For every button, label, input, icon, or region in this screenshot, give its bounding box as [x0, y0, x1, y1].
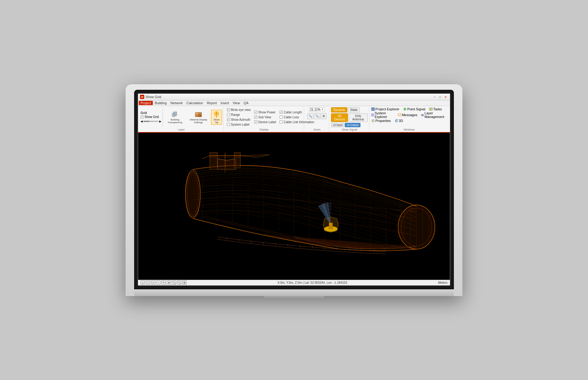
- show-azimuth-checkbox[interactable]: [227, 118, 230, 121]
- zoom-out-btn[interactable]: 🔍: [314, 113, 320, 119]
- display-group-label: Display: [224, 128, 304, 131]
- layer-management-label: Layer Management: [424, 111, 447, 119]
- tool-icon-2[interactable]: □: [146, 280, 150, 285]
- show-grid-checkbox[interactable]: [141, 116, 144, 119]
- show-azimuth-btn[interactable]: Show Azimuth: [225, 117, 252, 122]
- material-display-btn[interactable]: Material Display Settings: [187, 110, 210, 125]
- building-transparency-btn[interactable]: Building Transparency: [164, 110, 186, 125]
- cable-link-info-checkbox[interactable]: [280, 120, 283, 124]
- show-grid-row: Show Grid: [141, 115, 161, 119]
- title-bar-title: Show Grid: [145, 95, 161, 99]
- show-tip-icon: !: [213, 111, 220, 118]
- project-explorer-item[interactable]: Project Explorer: [371, 107, 399, 111]
- display-group-content: Birds eye view Range Show Azimuth: [225, 107, 303, 131]
- maximize-button[interactable]: □: [438, 94, 443, 99]
- cable-length-checkbox[interactable]: [280, 111, 283, 114]
- zoom-fit-btn[interactable]: ⊞: [321, 113, 327, 119]
- close-button[interactable]: ✕: [443, 94, 448, 99]
- svg-rect-22: [421, 115, 424, 116]
- zoom-in-icon: 🔍: [308, 114, 312, 118]
- tool-icon-5[interactable]: ✎: [161, 280, 166, 285]
- zoom-value-control[interactable]: 21.11% ▼: [309, 107, 325, 112]
- device-label-checkbox[interactable]: [254, 120, 257, 124]
- layer-group-label: Layer: [139, 128, 223, 131]
- project-explorer-icon: [371, 107, 375, 111]
- windows-group-label: Windows: [370, 128, 449, 131]
- range-btn[interactable]: Range: [225, 112, 252, 117]
- birds-eye-btn[interactable]: Birds eye view: [225, 108, 252, 112]
- laptop-outer: W Show Grid ─ □ ✕ Project Building Netwo…: [126, 84, 462, 296]
- menu-calculation[interactable]: Calculation: [185, 101, 205, 105]
- tool-icon-3[interactable]: ◇: [151, 280, 155, 285]
- menu-project[interactable]: Project: [139, 101, 153, 105]
- messages-item[interactable]: Messages: [398, 111, 417, 119]
- 3d-item[interactable]: 3D: [394, 119, 403, 123]
- menu-building[interactable]: Building: [153, 101, 168, 105]
- menu-qa[interactable]: QA: [242, 101, 250, 105]
- tasks-label: Tasks: [433, 107, 442, 111]
- tool-icon-6[interactable]: ⊕: [167, 280, 171, 285]
- zoom-in-btn[interactable]: 🔍: [307, 113, 313, 119]
- system-label-btn[interactable]: System Label: [225, 122, 252, 127]
- at-output-btn[interactable]: At Output: [345, 123, 360, 127]
- menu-view[interactable]: View: [231, 101, 242, 105]
- system-explorer-item[interactable]: S System Explorer: [371, 111, 394, 119]
- layer-slider[interactable]: [143, 121, 159, 122]
- main-viewport[interactable]: [138, 133, 450, 280]
- show-tip-label: Show Tip: [213, 118, 221, 124]
- zoom-status-fit[interactable]: ⊞: [182, 280, 187, 285]
- system-explorer-label: System Explorer: [375, 111, 394, 119]
- device-label-btn[interactable]: Device Label: [253, 120, 277, 124]
- at-input-btn[interactable]: At Input: [331, 123, 344, 127]
- minimize-button[interactable]: ─: [432, 94, 437, 99]
- zoom-status-out[interactable]: 🔍: [177, 280, 181, 285]
- tasks-item[interactable]: Tasks: [429, 107, 442, 111]
- svg-text:!: !: [216, 112, 217, 116]
- system-label-label: System Label: [231, 123, 250, 126]
- ribbon-group-show-signal: Dynamic Static All Devices Only Antenna …: [330, 107, 369, 131]
- all-devices-btn[interactable]: All Devices: [331, 113, 348, 122]
- cable-loss-checkbox[interactable]: [280, 116, 283, 119]
- show-grid-label: Show Grid: [145, 115, 159, 119]
- properties-icon: i: [371, 119, 375, 123]
- zoom-slider-row: ◀ ▶: [141, 120, 161, 123]
- birds-eye-label: Birds eye view: [231, 108, 251, 112]
- tool-icon-1[interactable]: △: [141, 280, 145, 285]
- all-devices-only-antenna-row: All Devices Only Antenna: [331, 113, 368, 122]
- title-bar: W Show Grid ─ □ ✕: [138, 94, 450, 101]
- svg-rect-56: [234, 153, 240, 168]
- application-window: W Show Grid ─ □ ✕ Project Building Netwo…: [138, 93, 450, 286]
- static-btn[interactable]: Static: [348, 107, 360, 112]
- menu-report[interactable]: Report: [205, 101, 219, 105]
- layer-management-item[interactable]: Layer Management: [421, 111, 447, 119]
- ribbon-group-zoom: 21.11% ▼ 🔍 🔍 ⊞: [305, 107, 329, 131]
- properties-label: Properties: [375, 119, 391, 123]
- grid-label: Grid: [141, 111, 161, 115]
- point-signal-item[interactable]: Point Signal: [403, 107, 425, 111]
- dynamic-btn[interactable]: Dynamic: [331, 107, 347, 112]
- units-display: Meters: [438, 281, 447, 284]
- only-antenna-btn[interactable]: Only Antenna: [349, 113, 368, 122]
- zoom-status-in[interactable]: 🔍: [172, 280, 176, 285]
- tool-icon-4[interactable]: ○: [156, 280, 160, 285]
- show-power-btn[interactable]: Show Power: [253, 110, 277, 115]
- menu-insert[interactable]: Insert: [219, 101, 231, 105]
- sub-view-checkbox[interactable]: [254, 116, 257, 119]
- sub-view-btn[interactable]: Sub View: [253, 115, 277, 120]
- ribbon-group-windows: Project Explorer Point Signal Tasks: [370, 107, 449, 131]
- system-label-checkbox[interactable]: [227, 123, 230, 126]
- range-checkbox[interactable]: [227, 113, 230, 116]
- zoom-group-content: 21.11% ▼ 🔍 🔍 ⊞: [306, 107, 328, 131]
- show-power-checkbox[interactable]: [254, 111, 257, 114]
- properties-item[interactable]: i Properties: [371, 119, 391, 123]
- birds-eye-checkbox[interactable]: [227, 108, 230, 111]
- windows-row-1: Project Explorer Point Signal Tasks: [371, 107, 442, 111]
- zoom-group-label: Zoom: [305, 128, 329, 131]
- windows-group-content: Project Explorer Point Signal Tasks: [371, 107, 447, 131]
- show-tip-btn[interactable]: ! Show Tip: [211, 110, 222, 125]
- 3d-label: 3D: [399, 119, 403, 123]
- messages-label: Messages: [402, 113, 417, 117]
- menu-network[interactable]: Network: [168, 101, 184, 105]
- title-bar-controls: ─ □ ✕: [432, 94, 448, 99]
- zoom-dropdown-icon[interactable]: ▼: [321, 108, 324, 111]
